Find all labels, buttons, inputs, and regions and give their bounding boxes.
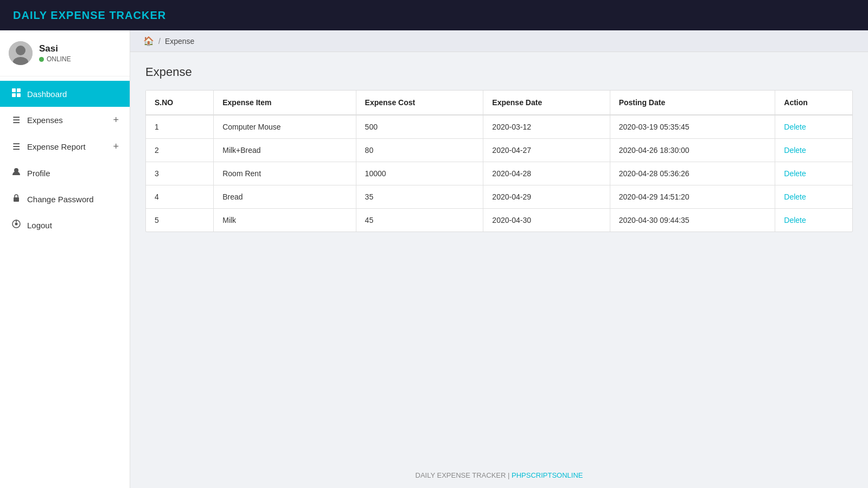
delete-button[interactable]: Delete (784, 169, 806, 178)
cell-posting-date: 2020-04-30 09:44:35 (610, 209, 775, 232)
cell-posting-date: 2020-04-28 05:36:26 (610, 162, 775, 185)
logout-icon (11, 220, 22, 230)
profile-label: Profile (27, 169, 50, 178)
table-row: 4 Bread 35 2020-04-29 2020-04-29 14:51:2… (146, 185, 852, 209)
cell-posting-date: 2020-04-26 18:30:00 (610, 139, 775, 162)
sidebar-item-dashboard[interactable]: Dashboard (0, 81, 130, 107)
cell-item: Milk (214, 209, 356, 232)
cell-expense-date: 2020-04-27 (483, 139, 610, 162)
cell-expense-date: 2020-04-28 (483, 162, 610, 185)
col-sno: S.NO (146, 91, 214, 115)
user-info: Sasi ONLINE (39, 43, 71, 63)
avatar (9, 41, 33, 65)
expense-report-label: Expense Report (27, 142, 86, 151)
delete-button[interactable]: Delete (784, 216, 806, 224)
change-password-label: Change Password (27, 195, 94, 204)
sidebar-item-profile[interactable]: Profile (0, 160, 130, 186)
breadcrumb-current: Expense (165, 37, 194, 46)
expense-report-icon: ☰ (11, 142, 22, 152)
app-title: DAILY EXPENSE TRACKER (13, 9, 166, 22)
expenses-icon: ☰ (11, 115, 22, 125)
cell-sno: 3 (146, 162, 214, 185)
footer-text: DAILY EXPENSE TRACKER | (416, 471, 512, 479)
cell-item: Milk+Bread (214, 139, 356, 162)
status-dot (39, 57, 44, 62)
table-row: 5 Milk 45 2020-04-30 2020-04-30 09:44:35… (146, 209, 852, 232)
table-row: 2 Milk+Bread 80 2020-04-27 2020-04-26 18… (146, 139, 852, 162)
breadcrumb: 🏠 / Expense (130, 30, 868, 52)
sidebar-item-expense-report[interactable]: ☰ Expense Report + (0, 133, 130, 160)
svg-rect-4 (17, 88, 21, 92)
delete-button[interactable]: Delete (784, 146, 806, 155)
delete-button[interactable]: Delete (784, 123, 806, 131)
col-cost: Expense Cost (356, 91, 483, 115)
delete-button[interactable]: Delete (784, 192, 806, 201)
cell-sno: 4 (146, 185, 214, 209)
sidebar: Sasi ONLINE (0, 30, 130, 488)
table-row: 1 Computer Mouse 500 2020-03-12 2020-03-… (146, 115, 852, 139)
cell-sno: 5 (146, 209, 214, 232)
expense-table: S.NO Expense Item Expense Cost Expense D… (146, 91, 852, 232)
change-password-icon (11, 194, 22, 204)
table-row: 3 Room Rent 10000 2020-04-28 2020-04-28 … (146, 162, 852, 185)
cell-sno: 2 (146, 139, 214, 162)
cell-action: Delete (775, 185, 852, 209)
col-expense-date: Expense Date (483, 91, 610, 115)
expense-report-plus-icon: + (113, 141, 119, 152)
user-status: ONLINE (39, 55, 71, 63)
cell-item: Computer Mouse (214, 115, 356, 139)
table-header: S.NO Expense Item Expense Cost Expense D… (146, 91, 852, 115)
status-text: ONLINE (47, 55, 71, 63)
dashboard-icon (11, 88, 22, 99)
table-body: 1 Computer Mouse 500 2020-03-12 2020-03-… (146, 115, 852, 232)
col-action: Action (775, 91, 852, 115)
main-content: 🏠 / Expense Expense S.NO Expense Item Ex… (130, 30, 868, 488)
col-posting-date: Posting Date (610, 91, 775, 115)
footer-link[interactable]: PHPSCRIPTSONLINE (512, 471, 583, 479)
cell-action: Delete (775, 162, 852, 185)
top-header: DAILY EXPENSE TRACKER (0, 0, 868, 30)
cell-posting-date: 2020-04-29 14:51:20 (610, 185, 775, 209)
footer: DAILY EXPENSE TRACKER | PHPSCRIPTSONLINE (130, 463, 868, 488)
sidebar-item-change-password[interactable]: Change Password (0, 186, 130, 212)
expenses-plus-icon: + (113, 114, 119, 126)
cell-expense-date: 2020-03-12 (483, 115, 610, 139)
cell-cost: 35 (356, 185, 483, 209)
breadcrumb-home-icon[interactable]: 🏠 (143, 36, 154, 46)
expense-table-container: S.NO Expense Item Expense Cost Expense D… (145, 90, 853, 232)
cell-cost: 80 (356, 139, 483, 162)
nav-menu: Dashboard ☰ Expenses + ☰ Expense Report … (0, 76, 130, 488)
cell-cost: 10000 (356, 162, 483, 185)
breadcrumb-separator: / (158, 37, 161, 46)
cell-cost: 500 (356, 115, 483, 139)
expenses-label: Expenses (27, 115, 63, 125)
svg-rect-3 (12, 88, 16, 92)
sidebar-item-expenses[interactable]: ☰ Expenses + (0, 107, 130, 133)
svg-rect-6 (17, 93, 21, 97)
sidebar-item-logout[interactable]: Logout (0, 212, 130, 238)
user-section: Sasi ONLINE (0, 30, 130, 76)
user-name: Sasi (39, 43, 71, 54)
dashboard-label: Dashboard (27, 89, 67, 99)
svg-rect-5 (12, 93, 16, 97)
page-title: Expense (145, 65, 853, 79)
cell-item: Room Rent (214, 162, 356, 185)
cell-action: Delete (775, 139, 852, 162)
cell-action: Delete (775, 209, 852, 232)
cell-posting-date: 2020-03-19 05:35:45 (610, 115, 775, 139)
cell-sno: 1 (146, 115, 214, 139)
svg-rect-8 (14, 197, 19, 202)
cell-expense-date: 2020-04-30 (483, 209, 610, 232)
content-area: Expense S.NO Expense Item Expense Cost E… (130, 52, 868, 245)
logout-label: Logout (27, 221, 52, 230)
profile-icon (11, 168, 22, 178)
cell-item: Bread (214, 185, 356, 209)
cell-expense-date: 2020-04-29 (483, 185, 610, 209)
svg-point-10 (15, 223, 18, 226)
svg-point-1 (16, 46, 25, 55)
cell-cost: 45 (356, 209, 483, 232)
cell-action: Delete (775, 115, 852, 139)
layout: Sasi ONLINE (0, 30, 868, 488)
col-item: Expense Item (214, 91, 356, 115)
